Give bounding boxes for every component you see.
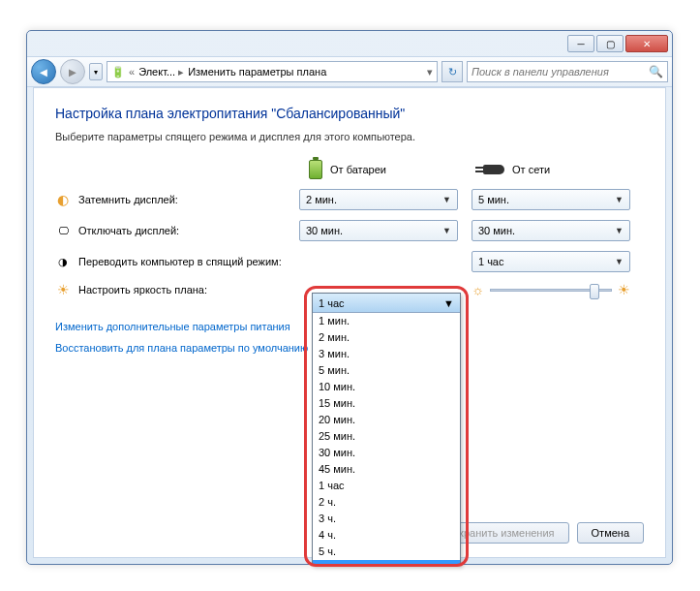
slider-thumb[interactable] bbox=[590, 284, 599, 299]
minimize-button[interactable]: ─ bbox=[567, 35, 594, 52]
dropdown-option[interactable]: 2 мин. bbox=[313, 329, 460, 346]
dropdown-option[interactable]: 3 мин. bbox=[313, 346, 460, 362]
chevron-down-icon: ▼ bbox=[615, 195, 624, 204]
dim-display-row: ◐Затемнить дисплей: 2 мин.▼ 5 мин.▼ bbox=[55, 189, 644, 210]
off-battery-select[interactable]: 30 мин.▼ bbox=[299, 220, 458, 241]
button-bar: Сохранить изменения Отмена bbox=[431, 522, 644, 544]
dropdown-option[interactable]: 20 мин. bbox=[313, 412, 460, 428]
control-panel-icon: 🔋 bbox=[111, 66, 125, 78]
battery-icon bbox=[309, 160, 322, 179]
dropdown-option[interactable]: 1 час bbox=[313, 478, 460, 494]
back-button[interactable]: ◄ bbox=[31, 59, 56, 84]
plugged-column-header: От сети bbox=[483, 160, 644, 179]
search-input[interactable] bbox=[472, 66, 649, 78]
dropdown-option[interactable]: 2 ч. bbox=[313, 494, 460, 511]
dropdown-option[interactable]: 25 мин. bbox=[313, 428, 460, 445]
column-headers: От батареи От сети bbox=[309, 160, 644, 179]
dropdown-option[interactable]: 1 мин. bbox=[313, 313, 460, 329]
cancel-button[interactable]: Отмена bbox=[577, 522, 644, 544]
chevron-down-icon: ▼ bbox=[615, 257, 624, 266]
breadcrumb-item[interactable]: Изменить параметры плана bbox=[188, 66, 326, 78]
address-dropdown-icon[interactable]: ▾ bbox=[427, 66, 433, 78]
dim-label: Затемнить дисплей: bbox=[78, 194, 178, 205]
off-label: Отключать дисплей: bbox=[78, 225, 179, 236]
turn-off-display-row: 🖵Отключать дисплей: 30 мин.▼ 30 мин.▼ bbox=[55, 220, 644, 241]
sleep-row: ◑Переводить компьютер в спящий режим: 1 … bbox=[55, 251, 644, 272]
battery-column-header: От батареи bbox=[309, 160, 470, 179]
dropdown-option[interactable]: 45 мин. bbox=[313, 461, 460, 478]
chevron-down-icon: ▼ bbox=[615, 226, 624, 235]
brightness-icon: ☀ bbox=[55, 282, 71, 297]
brightness-label: Настроить яркость плана: bbox=[78, 284, 207, 296]
dropdown-option[interactable]: 30 мин. bbox=[313, 445, 460, 461]
plug-icon bbox=[483, 165, 504, 174]
display-off-icon: 🖵 bbox=[55, 223, 71, 238]
chevron-down-icon: ▼ bbox=[442, 226, 451, 235]
dropdown-option[interactable]: 3 ч. bbox=[313, 511, 460, 527]
sleep-label: Переводить компьютер в спящий режим: bbox=[78, 256, 282, 267]
forward-button[interactable]: ► bbox=[60, 59, 85, 84]
titlebar: ─ ▢ ✕ bbox=[27, 31, 672, 56]
dropdown-option[interactable]: 4 ч. bbox=[313, 527, 460, 544]
sun-small-icon: ☼ bbox=[472, 282, 484, 297]
close-button[interactable]: ✕ bbox=[625, 35, 668, 52]
refresh-button[interactable]: ↻ bbox=[441, 61, 463, 82]
sleep-ac-select[interactable]: 1 час▼ bbox=[472, 251, 630, 272]
search-icon[interactable]: 🔍 bbox=[649, 65, 663, 78]
navbar: ◄ ► ▾ 🔋 « Элект... ▸ Изменить параметры … bbox=[27, 56, 672, 87]
dim-icon: ◐ bbox=[55, 192, 71, 207]
search-box[interactable]: 🔍 bbox=[467, 61, 668, 82]
sleep-icon: ◑ bbox=[55, 254, 71, 269]
dim-battery-select[interactable]: 2 мин.▼ bbox=[299, 189, 458, 210]
dropdown-option[interactable]: 15 мин. bbox=[313, 395, 460, 412]
nav-history-dropdown[interactable]: ▾ bbox=[89, 63, 103, 80]
dim-ac-select[interactable]: 5 мин.▼ bbox=[472, 189, 630, 210]
dropdown-option[interactable]: 5 ч. bbox=[313, 544, 460, 560]
sleep-battery-dropdown[interactable]: 1 час▼ 1 мин.2 мин.3 мин.5 мин.10 мин.15… bbox=[312, 293, 461, 566]
address-bar[interactable]: 🔋 « Элект... ▸ Изменить параметры плана … bbox=[107, 61, 438, 82]
page-subtitle: Выберите параметры спящего режима и дисп… bbox=[55, 131, 644, 142]
off-ac-select[interactable]: 30 мин.▼ bbox=[472, 220, 630, 241]
dropdown-option[interactable]: 10 мин. bbox=[313, 379, 460, 395]
maximize-button[interactable]: ▢ bbox=[596, 35, 624, 52]
breadcrumb-sep: « bbox=[129, 66, 135, 78]
dropdown-selected[interactable]: 1 час▼ bbox=[313, 294, 460, 313]
chevron-down-icon: ▼ bbox=[443, 297, 454, 309]
brightness-ac-slider[interactable]: ☼☀ bbox=[472, 282, 630, 297]
slider-track[interactable] bbox=[490, 289, 612, 292]
breadcrumb-item[interactable]: Элект... ▸ bbox=[138, 66, 184, 78]
dropdown-option[interactable]: 5 мин. bbox=[313, 362, 460, 379]
sun-large-icon: ☀ bbox=[618, 282, 630, 297]
chevron-down-icon: ▼ bbox=[442, 195, 451, 204]
page-title: Настройка плана электропитания "Сбаланси… bbox=[55, 106, 644, 121]
dropdown-option[interactable]: Никогда bbox=[313, 560, 460, 565]
